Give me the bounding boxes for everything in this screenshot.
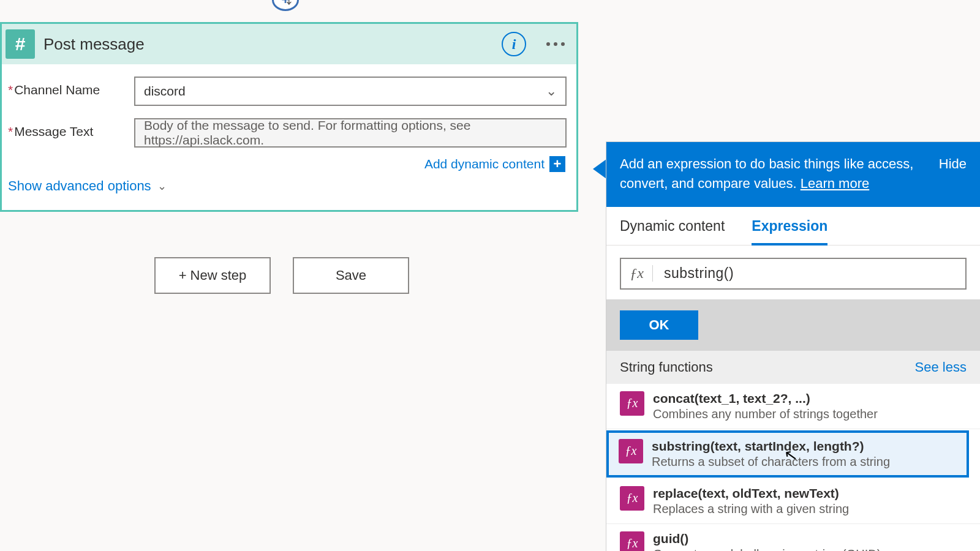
expression-input[interactable]: ƒx substring() <box>620 258 967 290</box>
function-signature: concat(text_1, text_2?, ...) <box>653 391 878 406</box>
info-icon[interactable]: i <box>502 32 526 56</box>
callout-pointer-icon <box>593 159 606 179</box>
function-replace[interactable]: ƒx replace(text, oldText, newText) Repla… <box>606 479 980 524</box>
function-description: Generates a globally unique string (GUID… <box>653 547 881 551</box>
fx-badge-icon: ƒx <box>620 531 644 551</box>
function-concat[interactable]: ƒx concat(text_1, text_2?, ...) Combines… <box>606 384 980 429</box>
expression-banner-text: Add an expression to do basic things lik… <box>620 156 913 191</box>
flow-arrow-icon: ↓ <box>281 0 298 1</box>
new-step-button[interactable]: + New step <box>154 257 271 294</box>
save-button[interactable]: Save <box>293 257 409 294</box>
more-menu-button[interactable] <box>543 42 568 46</box>
expression-input-value: substring() <box>653 265 734 282</box>
function-description: Replaces a string with a given string <box>653 502 849 516</box>
show-advanced-options-link[interactable]: Show advanced options <box>8 178 151 194</box>
action-card-post-message: # Post message i *Channel Name discord ⌄… <box>0 22 578 212</box>
learn-more-link[interactable]: Learn more <box>801 176 870 191</box>
function-substring[interactable]: ƒx substring(text, startIndex, length?) … <box>606 430 969 478</box>
message-text-label: *Message Text <box>8 118 134 139</box>
message-text-placeholder: Body of the message to send. For formatt… <box>144 118 557 148</box>
message-text-input[interactable]: Body of the message to send. For formatt… <box>134 118 567 148</box>
hide-button[interactable]: Hide <box>939 154 967 174</box>
card-title: Post message <box>43 35 502 54</box>
expression-banner: Add an expression to do basic things lik… <box>606 142 980 207</box>
function-list: ƒx concat(text_1, text_2?, ...) Combines… <box>606 384 980 551</box>
fx-badge-icon: ƒx <box>620 486 644 511</box>
function-guid[interactable]: ƒx guid() Generates a globally unique st… <box>606 524 980 551</box>
channel-name-label: *Channel Name <box>8 77 134 97</box>
slack-connector-icon: # <box>6 29 35 59</box>
function-description: Returns a subset of characters from a st… <box>652 455 890 469</box>
add-dynamic-plus-icon[interactable]: + <box>549 156 565 172</box>
function-signature: replace(text, oldText, newText) <box>653 486 849 501</box>
expression-pane: Add an expression to do basic things lik… <box>606 142 980 551</box>
chevron-down-icon: ⌄ <box>546 83 557 99</box>
add-dynamic-content-link[interactable]: Add dynamic content <box>424 157 545 171</box>
chevron-down-icon: ⌄ <box>157 179 167 193</box>
channel-name-value: discord <box>144 84 186 99</box>
function-signature: guid() <box>653 531 881 546</box>
fx-badge-icon: ƒx <box>619 439 643 463</box>
fx-badge-icon: ƒx <box>620 391 644 416</box>
card-header: # Post message i <box>2 24 576 64</box>
function-signature: substring(text, startIndex, length?) <box>652 439 890 454</box>
tab-dynamic-content[interactable]: Dynamic content <box>620 218 725 245</box>
ok-button[interactable]: OK <box>620 310 698 340</box>
tab-expression[interactable]: Expression <box>752 218 827 246</box>
string-functions-heading: String functions <box>620 359 713 375</box>
function-description: Combines any number of strings together <box>653 407 878 421</box>
channel-name-select[interactable]: discord ⌄ <box>134 77 567 106</box>
fx-icon: ƒx <box>621 265 653 282</box>
see-less-link[interactable]: See less <box>915 359 967 375</box>
